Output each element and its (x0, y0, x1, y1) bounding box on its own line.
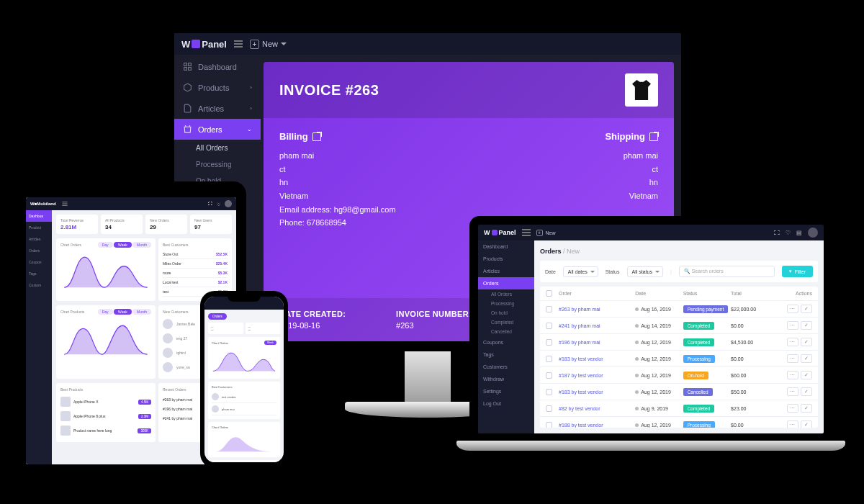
new-button[interactable]: +New (536, 230, 556, 236)
list-item[interactable]: Local test$2.1K (163, 278, 228, 287)
search-input[interactable]: 🔍 Search orders (679, 266, 775, 277)
checkbox-all[interactable] (546, 290, 552, 297)
sidebar-item-dashboard[interactable]: Dashboa (26, 210, 52, 222)
sidebar-sub-all-orders[interactable]: All Orders (478, 289, 534, 299)
expand-icon[interactable]: ⛶ (774, 230, 780, 236)
sidebar-item-tags[interactable]: Tags (26, 268, 52, 279)
sidebar-item-coupons[interactable]: Coupon (26, 256, 52, 268)
sidebar-sub-cancelled[interactable]: Cancelled (478, 327, 534, 336)
order-link[interactable]: #82 by test vendor (559, 406, 635, 411)
action-view[interactable]: ⋯ (787, 371, 798, 379)
tab-day[interactable]: Day (98, 242, 113, 248)
new-button[interactable]: + New (250, 40, 287, 49)
tab-month[interactable]: Month (132, 242, 151, 248)
row-checkbox[interactable] (546, 339, 552, 346)
table-row[interactable]: #183 by test vendor Aug 12, 2019 Cancell… (540, 384, 818, 400)
avatar[interactable] (225, 200, 232, 207)
list-item[interactable]: test vendor (212, 391, 276, 403)
table-row[interactable]: #263 by pham mai Aug 16, 2019 Pending pa… (540, 301, 818, 318)
sidebar-item-products[interactable]: Products (478, 253, 534, 265)
sidebar-item-customers[interactable]: Custom (26, 279, 52, 291)
table-row[interactable]: #82 by test vendor Aug 9, 2019 Completed… (540, 400, 818, 417)
row-checkbox[interactable] (546, 356, 552, 362)
action-complete[interactable]: ✓ (801, 354, 812, 363)
sidebar-item-coupons[interactable]: Coupons (478, 336, 534, 348)
action-complete[interactable]: ✓ (801, 404, 812, 413)
action-view[interactable]: ⋯ (787, 404, 798, 413)
sidebar-item-orders[interactable]: Orders (26, 245, 52, 256)
action-complete[interactable]: ✓ (801, 371, 812, 379)
order-link[interactable]: #187 by test vendor (559, 373, 635, 378)
sidebar-item-orders[interactable]: Orders⌄ (174, 119, 261, 140)
hamburger-icon[interactable] (62, 202, 67, 206)
action-view[interactable]: ⋯ (787, 387, 798, 396)
sidebar-item-withdraw[interactable]: Withdraw (478, 373, 534, 385)
sidebar-sub-onhold[interactable]: On hold (478, 308, 534, 318)
order-link[interactable]: #188 by test vendor (559, 423, 635, 428)
action-complete[interactable]: ✓ (801, 420, 812, 428)
row-checkbox[interactable] (546, 372, 552, 379)
sidebar-item-products[interactable]: Products› (174, 77, 261, 98)
order-link[interactable]: #183 by test vendor (559, 356, 635, 361)
list-item[interactable]: pham mai (212, 403, 276, 415)
hamburger-icon[interactable] (522, 229, 531, 236)
date-select[interactable]: All dates (563, 266, 598, 277)
bell-icon[interactable]: ♡ (786, 230, 791, 236)
sidebar-item-articles[interactable]: Articles (478, 265, 534, 277)
row-checkbox[interactable] (546, 306, 552, 312)
action-complete[interactable]: ✓ (801, 305, 812, 313)
table-row[interactable]: #188 by test vendor Aug 12, 2019 Process… (540, 417, 818, 428)
row-checkbox[interactable] (546, 323, 552, 329)
bell-icon[interactable]: ♡ (217, 202, 220, 207)
list-item[interactable]: Product name here long305K (60, 423, 151, 438)
sidebar-sub-completed[interactable]: Completed (478, 318, 534, 327)
action-view[interactable]: ⋯ (787, 354, 798, 363)
sidebar-item-orders[interactable]: Orders (478, 277, 534, 289)
sidebar-sub-processing[interactable]: Processing (478, 299, 534, 308)
table-row[interactable]: #196 by pham mai Aug 12, 2019 Completed … (540, 334, 818, 351)
table-row[interactable]: #187 by test vendor Aug 12, 2019 On-hold… (540, 367, 818, 384)
grid-icon[interactable]: ▤ (796, 230, 802, 236)
list-item[interactable]: Apple iPhone X4.5M (60, 395, 151, 409)
table-row[interactable]: #183 by test vendor Aug 12, 2019 Process… (540, 351, 818, 367)
row-checkbox[interactable] (546, 389, 552, 395)
sidebar-item-dashboard[interactable]: Dashboard (478, 240, 534, 253)
edit-icon[interactable] (312, 132, 321, 141)
action-complete[interactable]: ✓ (801, 321, 812, 330)
order-link[interactable]: #241 by pham mai (559, 323, 635, 328)
list-item[interactable]: more$5.3K (163, 269, 228, 278)
order-link[interactable]: #263 by pham mai (559, 307, 635, 312)
action-complete[interactable]: ✓ (801, 338, 812, 346)
sidebar-sub-all-orders[interactable]: All Orders (174, 140, 261, 156)
sidebar-item-products[interactable]: Product (26, 222, 52, 233)
sidebar-sub-processing[interactable]: Processing (174, 156, 261, 173)
sidebar-item-dashboard[interactable]: Dashboard (174, 56, 261, 77)
sidebar-item-logout[interactable]: Log Out (478, 397, 534, 410)
action-view[interactable]: ⋯ (787, 321, 798, 330)
avatar[interactable] (808, 228, 818, 238)
order-link[interactable]: #183 by test vendor (559, 390, 635, 395)
list-item[interactable]: Miles Order$25.4K (163, 259, 228, 269)
hamburger-icon[interactable] (234, 40, 243, 48)
sidebar-item-customers[interactable]: Customers (478, 361, 534, 373)
expand-icon[interactable]: ⛶ (208, 202, 212, 206)
sidebar-item-tags[interactable]: Tags (478, 348, 534, 361)
order-link[interactable]: #196 by pham mai (559, 340, 635, 345)
sidebar-item-settings[interactable]: Settings (478, 385, 534, 397)
table-row[interactable]: #241 by pham mai Aug 14, 2019 Completed … (540, 318, 818, 334)
action-view[interactable]: ⋯ (787, 338, 798, 346)
action-complete[interactable]: ✓ (801, 387, 812, 396)
filter-button[interactable]: ▾Filter (782, 266, 813, 277)
list-item[interactable]: Store Out$52.5K (163, 250, 228, 259)
tab-week[interactable]: Week (114, 242, 132, 248)
sidebar-item-articles[interactable]: Articles› (174, 98, 261, 119)
row-checkbox[interactable] (546, 405, 552, 412)
action-view[interactable]: ⋯ (787, 420, 798, 428)
sidebar-item-articles[interactable]: Articles (26, 233, 52, 245)
action-view[interactable]: ⋯ (787, 305, 798, 313)
row-checkbox[interactable] (546, 422, 552, 428)
list-item[interactable]: Apple iPhone 8 plus2.3M (60, 409, 151, 423)
orders-pill[interactable]: Orders (208, 313, 227, 320)
status-select[interactable]: All status (627, 266, 663, 277)
edit-icon[interactable] (649, 132, 658, 141)
